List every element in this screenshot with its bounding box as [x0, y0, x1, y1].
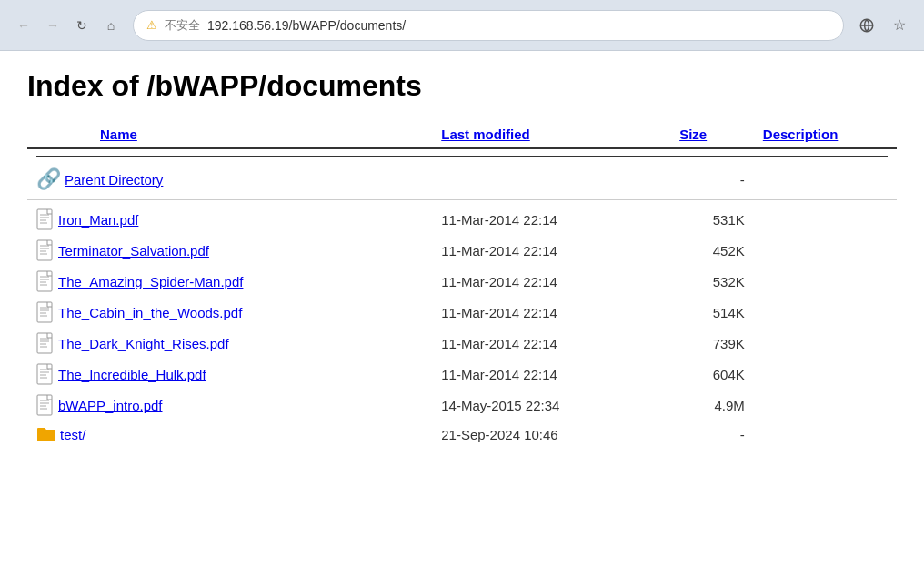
pdf-icon — [36, 394, 55, 416]
svg-rect-6 — [37, 240, 52, 260]
file-link[interactable]: The_Dark_Knight_Rises.pdf — [58, 336, 229, 351]
file-name-cell: test/ — [27, 421, 432, 448]
url-text: 192.168.56.19/bWAPP/documents/ — [207, 18, 406, 33]
table-row: 🔗Parent Directory- — [27, 163, 897, 196]
file-name-cell: The_Incredible_Hulk.pdf — [27, 359, 432, 390]
file-modified: 11-Mar-2014 22:14 — [432, 297, 670, 328]
table-row: bWAPP_intro.pdf14-May-2015 22:344.9M — [27, 390, 897, 421]
address-bar[interactable]: ⚠ 不安全 192.168.56.19/bWAPP/documents/ — [133, 10, 844, 41]
pdf-icon — [36, 332, 55, 354]
file-description — [754, 266, 897, 297]
file-size: 604K — [670, 359, 754, 390]
nav-buttons: ← → ↻ ⌂ — [11, 13, 124, 38]
page-title: Index of /bWAPP/documents — [27, 69, 897, 103]
file-modified: 21-Sep-2024 10:46 — [432, 421, 670, 448]
file-name-cell: The_Amazing_Spider-Man.pdf — [27, 266, 432, 297]
table-row: The_Amazing_Spider-Man.pdf11-Mar-2014 22… — [27, 266, 897, 297]
file-link[interactable]: test/ — [60, 427, 85, 442]
file-description — [754, 390, 897, 421]
file-description — [754, 297, 897, 328]
file-link[interactable]: The_Amazing_Spider-Man.pdf — [58, 274, 243, 289]
browser-chrome: ← → ↻ ⌂ ⚠ 不安全 192.168.56.19/bWAPP/docume… — [0, 0, 924, 51]
table-row: The_Dark_Knight_Rises.pdf11-Mar-2014 22:… — [27, 328, 897, 359]
file-link[interactable]: bWAPP_intro.pdf — [58, 398, 163, 413]
file-table: Name Last modified Size Description 🔗Par… — [27, 121, 897, 448]
table-row: Iron_Man.pdf11-Mar-2014 22:14531K — [27, 204, 897, 235]
file-size: 4.9M — [670, 390, 754, 421]
th-last-modified[interactable]: Last modified — [432, 121, 670, 148]
file-modified: 11-Mar-2014 22:14 — [432, 359, 670, 390]
file-size: 452K — [670, 235, 754, 266]
file-modified — [432, 163, 670, 196]
file-link[interactable]: The_Cabin_in_the_Woods.pdf — [58, 305, 242, 320]
file-name-cell: bWAPP_intro.pdf — [27, 390, 432, 421]
pdf-icon — [36, 363, 55, 385]
file-modified: 11-Mar-2014 22:14 — [432, 266, 670, 297]
file-link[interactable]: Parent Directory — [65, 172, 163, 188]
th-description[interactable]: Description — [754, 121, 897, 148]
file-description — [754, 204, 897, 235]
file-modified: 11-Mar-2014 22:14 — [432, 204, 670, 235]
file-name-cell: The_Cabin_in_the_Woods.pdf — [27, 297, 432, 328]
pdf-icon — [36, 270, 55, 292]
file-description — [754, 235, 897, 266]
pdf-icon — [36, 208, 55, 230]
file-description — [754, 163, 897, 196]
svg-rect-21 — [37, 333, 52, 353]
reload-button[interactable]: ↻ — [69, 13, 95, 38]
svg-rect-26 — [37, 364, 52, 384]
table-row: test/21-Sep-2024 10:46- — [27, 421, 897, 448]
insecure-label: 不安全 — [165, 17, 200, 34]
file-link[interactable]: Iron_Man.pdf — [58, 212, 138, 228]
table-header-row: Name Last modified Size Description — [27, 121, 897, 148]
file-size: 531K — [670, 204, 754, 235]
browser-actions: ☆ — [853, 12, 913, 39]
pdf-icon — [36, 301, 55, 323]
table-row: Terminator_Salvation.pdf11-Mar-2014 22:1… — [27, 235, 897, 266]
file-description — [754, 328, 897, 359]
svg-rect-11 — [37, 271, 52, 291]
folder-icon — [36, 425, 56, 443]
forward-button[interactable]: → — [40, 13, 65, 38]
parent-dir-icon: 🔗 — [36, 167, 61, 191]
file-name-cell: Terminator_Salvation.pdf — [27, 235, 432, 266]
th-size[interactable]: Size — [670, 121, 754, 148]
table-row: The_Cabin_in_the_Woods.pdf11-Mar-2014 22… — [27, 297, 897, 328]
svg-rect-16 — [37, 302, 52, 322]
file-name-cell: 🔗Parent Directory — [27, 163, 432, 196]
warning-icon: ⚠ — [146, 18, 157, 32]
bookmark-button[interactable]: ☆ — [886, 12, 913, 39]
file-description — [754, 359, 897, 390]
pdf-icon — [36, 239, 55, 261]
file-size: 739K — [670, 328, 754, 359]
file-modified: 11-Mar-2014 22:14 — [432, 328, 670, 359]
file-modified: 14-May-2015 22:34 — [432, 390, 670, 421]
back-button[interactable]: ← — [11, 13, 36, 38]
th-name[interactable]: Name — [27, 121, 432, 148]
home-button[interactable]: ⌂ — [98, 13, 124, 38]
file-size: - — [670, 421, 754, 448]
file-name-cell: The_Dark_Knight_Rises.pdf — [27, 328, 432, 359]
file-link[interactable]: The_Incredible_Hulk.pdf — [58, 367, 206, 382]
page-content: Index of /bWAPP/documents Name Last modi… — [0, 51, 924, 588]
translate-button[interactable] — [853, 12, 880, 39]
svg-rect-1 — [37, 209, 52, 229]
file-size: - — [670, 163, 754, 196]
svg-rect-31 — [37, 395, 52, 415]
file-link[interactable]: Terminator_Salvation.pdf — [58, 243, 209, 259]
file-description — [754, 421, 897, 448]
table-row: The_Incredible_Hulk.pdf11-Mar-2014 22:14… — [27, 359, 897, 390]
file-modified: 11-Mar-2014 22:14 — [432, 235, 670, 266]
file-size: 532K — [670, 266, 754, 297]
file-name-cell: Iron_Man.pdf — [27, 204, 432, 235]
file-size: 514K — [670, 297, 754, 328]
